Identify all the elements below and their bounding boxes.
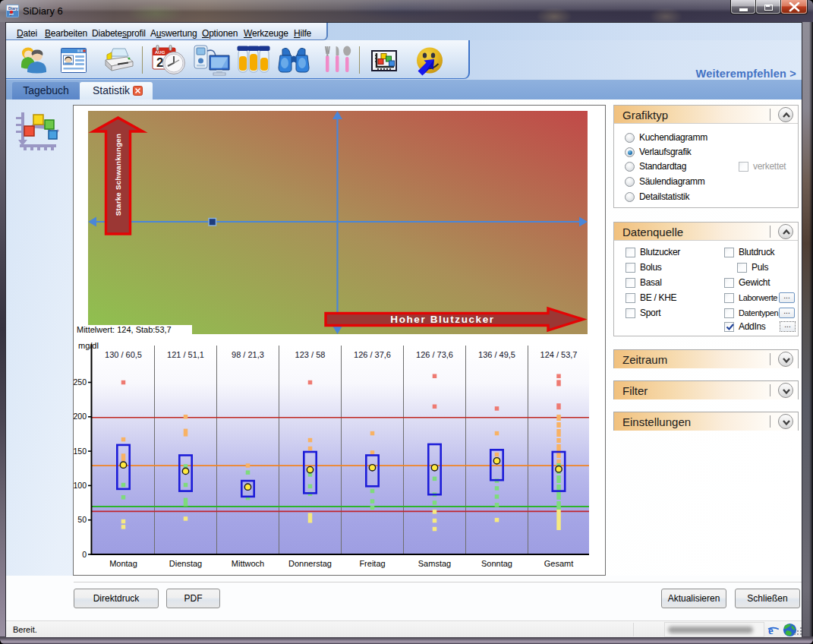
svg-text:250: 250 [74,377,87,387]
svg-text:Dienstag: Dienstag [169,559,202,568]
svg-text:Freitag: Freitag [359,559,385,568]
svg-text:Sonntag: Sonntag [481,559,512,568]
svg-text:98 / 21,3: 98 / 21,3 [232,350,264,359]
svg-text:Diary: Diary [8,6,18,11]
svg-text:150: 150 [74,447,87,456]
svg-text:Hoher Blutzucker: Hoher Blutzucker [390,314,494,325]
svg-text:100: 100 [74,481,87,490]
svg-text:Gesamt: Gesamt [544,559,574,568]
svg-text:130 / 60,5: 130 / 60,5 [105,350,142,359]
svg-text:Samstag: Samstag [418,559,451,568]
svg-text:136 / 49,5: 136 / 49,5 [478,350,515,359]
svg-text:Donnerstag: Donnerstag [288,559,332,568]
svg-text:121 / 51,1: 121 / 51,1 [167,350,204,359]
svg-text:0: 0 [82,550,87,559]
svg-text:200: 200 [74,412,87,421]
svg-text:126 / 73,6: 126 / 73,6 [416,350,453,359]
svg-text:Mittwoch: Mittwoch [232,559,264,568]
svg-text:mg/dl: mg/dl [78,341,99,350]
svg-text:50: 50 [77,515,87,524]
svg-text:123 / 58: 123 / 58 [295,350,326,359]
svg-text:126 / 37,6: 126 / 37,6 [354,350,391,359]
svg-text:124 / 53,7: 124 / 53,7 [540,350,578,359]
svg-text:Montag: Montag [109,559,137,568]
svg-text:Starke Schwankungen: Starke Schwankungen [114,134,122,216]
svg-text:AUG: AUG [155,50,165,55]
svg-text:e: e [768,624,774,636]
